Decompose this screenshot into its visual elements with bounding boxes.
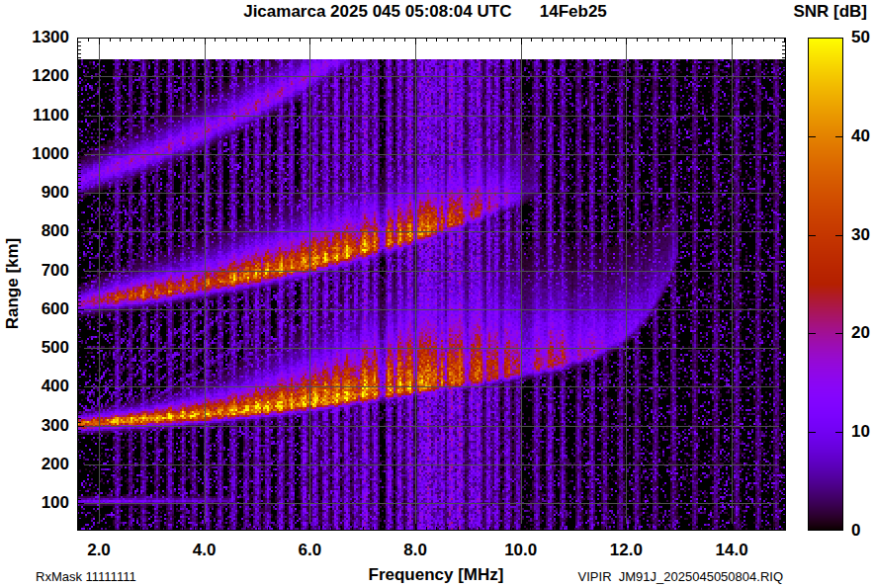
x-axis-label: Frequency [MHz] <box>369 565 504 585</box>
ionogram-heatmap-canvas <box>77 38 786 531</box>
y-tick-label: 800 <box>0 221 69 241</box>
colorbar-tick-label: 30 <box>851 225 870 245</box>
x-tick-label: 14.0 <box>716 541 748 560</box>
colorbar-title: SNR [dB] <box>793 2 867 22</box>
y-tick-label: 1300 <box>0 28 69 47</box>
colorbar-tick-label: 20 <box>851 323 870 343</box>
page-title: Jicamarca 2025 045 05:08:04 UTC 14Feb25 <box>243 2 607 22</box>
x-tick-label: 10.0 <box>504 541 537 560</box>
y-tick-label: 500 <box>0 338 69 358</box>
data-file-label: VIPIR JM91J_2025045050804.RIQ <box>578 569 783 585</box>
x-tick-label: 8.0 <box>403 541 427 560</box>
ionogram-figure: Jicamarca 2025 045 05:08:04 UTC 14Feb25 … <box>0 0 874 588</box>
snr-colorbar <box>808 38 843 531</box>
colorbar-tick-label: 50 <box>851 28 870 47</box>
x-tick-label: 4.0 <box>193 541 217 560</box>
y-tick-label: 1200 <box>0 66 69 86</box>
colorbar-tick-label: 0 <box>851 521 860 541</box>
rx-mask-label: RxMask 11111111 <box>36 569 136 585</box>
y-tick-label: 200 <box>0 455 69 474</box>
y-tick-label: 600 <box>0 299 69 319</box>
x-tick-label: 12.0 <box>610 541 643 560</box>
colorbar-tick-label: 10 <box>851 422 870 442</box>
y-tick-label: 1000 <box>0 144 69 164</box>
y-tick-label: 1100 <box>0 106 69 126</box>
y-tick-label: 700 <box>0 261 69 281</box>
colorbar-tick-label: 40 <box>851 126 870 146</box>
y-tick-label: 400 <box>0 377 69 396</box>
y-tick-label: 300 <box>0 416 69 436</box>
x-tick-label: 2.0 <box>87 541 111 560</box>
y-tick-label: 100 <box>0 493 69 513</box>
y-tick-label: 900 <box>0 183 69 203</box>
x-tick-label: 6.0 <box>299 541 322 560</box>
